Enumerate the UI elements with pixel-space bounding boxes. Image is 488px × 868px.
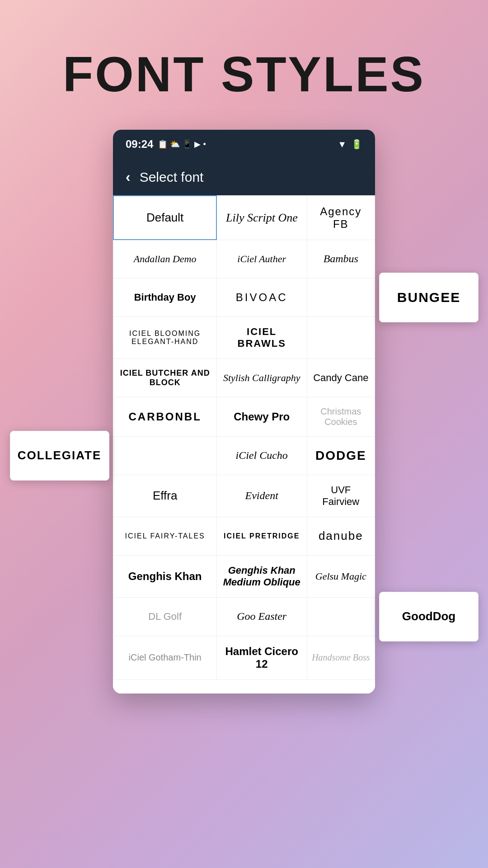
font-cell-andallan[interactable]: Andallan Demo bbox=[113, 240, 216, 278]
wifi-icon: ▼ bbox=[338, 139, 347, 150]
font-label-gotham-thin: iCiel Gotham-Thin bbox=[129, 652, 202, 662]
font-cell-default[interactable]: Default bbox=[113, 196, 216, 240]
font-label-collegiate-popup: COLLEGIATE bbox=[18, 448, 102, 462]
font-label-cucho: iCiel Cucho bbox=[236, 449, 288, 461]
font-cell-bungee[interactable]: BUNGEE bbox=[307, 278, 375, 316]
font-cell-agency-fb[interactable]: Agency FB bbox=[307, 196, 375, 240]
font-label-christmas: Christmas Cookies bbox=[320, 406, 361, 427]
page-title: FONT STYLES bbox=[63, 45, 425, 103]
font-label-andallan: Andallan Demo bbox=[134, 253, 197, 264]
font-label-genghis: Genghis Khan bbox=[128, 570, 202, 582]
font-label-icel-auther: iCiel Auther bbox=[237, 253, 286, 264]
font-label-dl-golf: DL Golf bbox=[148, 611, 182, 622]
back-button[interactable]: ‹ bbox=[126, 169, 131, 185]
font-cell-candy[interactable]: Candy Cane bbox=[307, 359, 375, 397]
font-label-blooming: ICIEL BLOOMING ELEGANT-HAND bbox=[129, 330, 201, 345]
font-cell-birthday[interactable]: Birthday Boy bbox=[113, 278, 216, 316]
font-label-effra: Effra bbox=[153, 489, 177, 502]
font-label-bivoac: BIVOAC bbox=[236, 291, 288, 303]
font-label-bungee-popup: BUNGEE bbox=[397, 290, 460, 305]
gooddog-popup[interactable]: GoodDog bbox=[379, 592, 479, 642]
font-label-chewy: Chewy Pro bbox=[234, 410, 290, 423]
font-cell-gotham-thin[interactable]: iCiel Gotham-Thin bbox=[113, 636, 216, 679]
font-cell-blooming[interactable]: ICIEL BLOOMING ELEGANT-HAND bbox=[113, 316, 216, 359]
font-label-uvf: UVF Fairview bbox=[322, 484, 359, 507]
font-label-lily-script: Lily Script One bbox=[226, 211, 298, 224]
font-cell-carbonbl[interactable]: CARBONBL bbox=[113, 397, 216, 436]
font-cell-genghis-oblique[interactable]: Genghis Khan Medium Oblique bbox=[216, 555, 307, 597]
font-cell-chewy[interactable]: Chewy Pro bbox=[216, 397, 307, 436]
font-label-gooddog-popup: GoodDog bbox=[402, 609, 455, 623]
font-label-carbonbl: CARBONBL bbox=[128, 410, 201, 423]
font-cell-dodge[interactable]: DODGE bbox=[307, 436, 375, 475]
font-cell-gooddog[interactable]: GoodDog bbox=[307, 597, 375, 636]
status-icons: 📋 ⛅ 📱 ▶ • bbox=[158, 139, 206, 149]
font-cell-hamlet[interactable]: Hamlet Cicero 12 bbox=[216, 636, 307, 679]
font-cell-cucho[interactable]: iCiel Cucho bbox=[216, 436, 307, 475]
font-cell-dl-golf[interactable]: DL Golf bbox=[113, 597, 216, 636]
font-cell-evident[interactable]: Evident bbox=[216, 475, 307, 517]
font-cell-bambus[interactable]: Bambus bbox=[307, 240, 375, 278]
font-label-candy: Candy Cane bbox=[313, 372, 368, 383]
font-label-evident: Evident bbox=[245, 490, 278, 501]
font-label-hamlet: Hamlet Cicero 12 bbox=[225, 645, 298, 670]
font-grid: Default Lily Script One Agency FB Andall… bbox=[113, 195, 375, 680]
font-label-goo-easter: Goo Easter bbox=[237, 610, 286, 622]
font-cell-pretridge[interactable]: ICIEL PRETRIDGE bbox=[216, 517, 307, 555]
font-cell-butcher[interactable]: ICIEL BUTCHER AND BLOCK bbox=[113, 359, 216, 397]
font-cell-goo-easter[interactable]: Goo Easter bbox=[216, 597, 307, 636]
font-label-default: Default bbox=[146, 211, 183, 224]
font-label-stylish: Stylish Calligraphy bbox=[223, 372, 300, 383]
font-cell-genghis[interactable]: Genghis Khan bbox=[113, 555, 216, 597]
font-cell-danube[interactable]: danube bbox=[307, 517, 375, 555]
battery-icon: 🔋 bbox=[351, 139, 362, 150]
font-label-brawls: ICIEL BRAWLS bbox=[238, 326, 286, 349]
font-cell-christmas[interactable]: Christmas Cookies bbox=[307, 397, 375, 436]
font-cell-bivoac[interactable]: BIVOAC bbox=[216, 278, 307, 316]
font-label-pretridge: ICIEL PRETRIDGE bbox=[224, 532, 300, 540]
font-cell-handsome[interactable]: Handsome Boss bbox=[307, 636, 375, 679]
font-cell-fairytales[interactable]: ICIEL FAIRY-TALES bbox=[113, 517, 216, 555]
nav-title: Select font bbox=[140, 170, 204, 185]
font-cell-icel-auther[interactable]: iCiel Auther bbox=[216, 240, 307, 278]
font-cell-collegiate[interactable]: COLLEGIATE bbox=[113, 436, 216, 475]
font-cell-effra[interactable]: Effra bbox=[113, 475, 216, 517]
font-label-gelsu: Gelsu Magic bbox=[315, 571, 366, 582]
bottom-bar bbox=[113, 680, 375, 693]
font-cell-uvf[interactable]: UVF Fairview bbox=[307, 475, 375, 517]
font-cell-empty1 bbox=[307, 316, 375, 359]
font-label-genghis-oblique: Genghis Khan Medium Oblique bbox=[223, 565, 300, 588]
collegiate-popup[interactable]: COLLEGIATE bbox=[10, 431, 109, 481]
status-bar: 09:24 📋 ⛅ 📱 ▶ • ▼ 🔋 bbox=[113, 130, 375, 159]
font-label-birthday: Birthday Boy bbox=[134, 292, 196, 303]
font-label-bambus: Bambus bbox=[324, 253, 358, 264]
status-time: 09:24 bbox=[126, 138, 153, 151]
font-cell-stylish[interactable]: Stylish Calligraphy bbox=[216, 359, 307, 397]
font-label-handsome: Handsome Boss bbox=[312, 652, 370, 662]
font-label-dodge: DODGE bbox=[315, 448, 366, 462]
font-label-fairytales: ICIEL FAIRY-TALES bbox=[125, 532, 205, 540]
bungee-popup[interactable]: BUNGEE bbox=[379, 273, 479, 322]
nav-bar: ‹ Select font bbox=[113, 159, 375, 195]
font-cell-brawls[interactable]: ICIEL BRAWLS bbox=[216, 316, 307, 359]
font-cell-gelsu[interactable]: Gelsu Magic bbox=[307, 555, 375, 597]
font-cell-lily-script[interactable]: Lily Script One bbox=[216, 196, 307, 240]
font-label-danube: danube bbox=[319, 529, 363, 542]
font-label-butcher: ICIEL BUTCHER AND BLOCK bbox=[120, 368, 210, 387]
font-label-agency-fb: Agency FB bbox=[320, 205, 361, 230]
phone-container: 09:24 📋 ⛅ 📱 ▶ • ▼ 🔋 ‹ Select font Defaul… bbox=[113, 130, 375, 693]
